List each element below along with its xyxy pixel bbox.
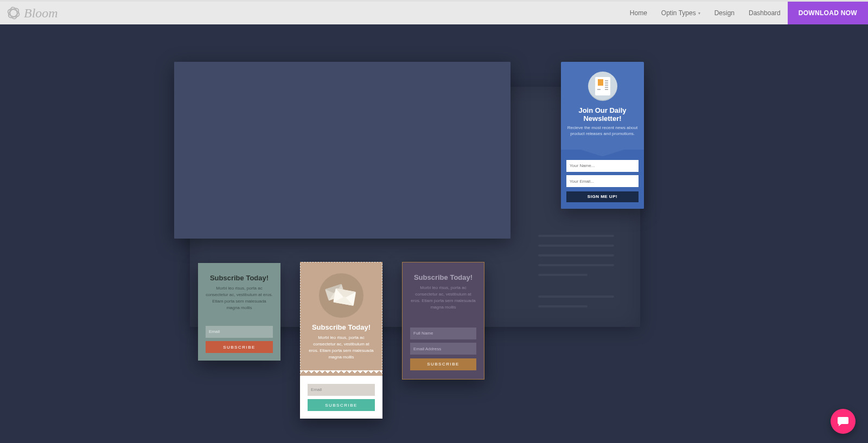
brand-logo[interactable]: Bloom bbox=[0, 6, 58, 21]
nav-label: Design bbox=[714, 9, 735, 17]
nav-home[interactable]: Home bbox=[623, 2, 654, 24]
card-title: Subscribe Today! bbox=[410, 273, 476, 281]
card-title: Subscribe Today! bbox=[206, 274, 273, 282]
optin-card-green: Subscribe Today! Morbi leo risus, porta … bbox=[198, 263, 280, 361]
top-nav: Bloom Home Optin Types ▾ Design Dashboar… bbox=[0, 0, 868, 24]
optin-card-purple: Subscribe Today! Morbi leo risus, porta … bbox=[402, 262, 484, 380]
widget-subtitle: Recieve the most recent news about produ… bbox=[566, 125, 639, 137]
nav-label: Optin Types bbox=[661, 9, 696, 17]
sidebar-placeholder-lines bbox=[538, 235, 614, 315]
optin-widget-blue: Join Our Daily Newsletter! Recieve the m… bbox=[561, 62, 644, 209]
subscribe-button[interactable]: SUBSCRIBE bbox=[206, 341, 273, 353]
nav-dashboard[interactable]: Dashboard bbox=[742, 2, 788, 24]
optin-card-beige: Subscribe Today! Morbi leo risus, porta … bbox=[300, 262, 382, 419]
chat-button[interactable] bbox=[831, 409, 856, 434]
chevron-down-icon: ▾ bbox=[698, 11, 700, 16]
card-body: Morbi leo risus, porta ac consectetur ac… bbox=[410, 285, 476, 311]
logo-icon bbox=[7, 6, 21, 20]
name-input[interactable] bbox=[410, 328, 476, 339]
nav-label: Home bbox=[630, 9, 647, 17]
card-title: Subscribe Today! bbox=[308, 323, 374, 331]
nav-links: Home Optin Types ▾ Design Dashboard DOWN… bbox=[623, 2, 868, 24]
nav-label: Dashboard bbox=[749, 9, 781, 17]
cta-label: DOWNLOAD NOW bbox=[799, 9, 857, 17]
hero-image-placeholder bbox=[174, 62, 510, 239]
zigzag-divider bbox=[301, 370, 382, 376]
download-now-button[interactable]: DOWNLOAD NOW bbox=[788, 2, 868, 24]
envelope-icon bbox=[319, 273, 363, 318]
email-input[interactable] bbox=[206, 326, 273, 338]
card-body: Morbi leo risus, porta ac consectetur ac… bbox=[308, 335, 374, 361]
sign-me-up-button[interactable]: SIGN ME UP! bbox=[566, 191, 639, 202]
widget-title: Join Our Daily Newsletter! bbox=[566, 106, 639, 123]
chat-icon bbox=[837, 415, 850, 428]
subscribe-button[interactable]: SUBSCRIBE bbox=[410, 358, 476, 370]
nav-optin-types[interactable]: Optin Types ▾ bbox=[654, 2, 707, 24]
brand-name: Bloom bbox=[24, 6, 58, 21]
email-input[interactable] bbox=[410, 343, 476, 355]
svg-point-2 bbox=[7, 7, 21, 20]
email-input[interactable] bbox=[566, 175, 639, 187]
subscribe-button[interactable]: SUBSCRIBE bbox=[308, 399, 375, 411]
nav-design[interactable]: Design bbox=[707, 2, 742, 24]
card-body: Morbi leo risus, porta ac consectetur ac… bbox=[206, 285, 273, 311]
document-icon bbox=[588, 72, 617, 101]
name-input[interactable] bbox=[566, 160, 639, 172]
email-input[interactable] bbox=[308, 384, 375, 396]
